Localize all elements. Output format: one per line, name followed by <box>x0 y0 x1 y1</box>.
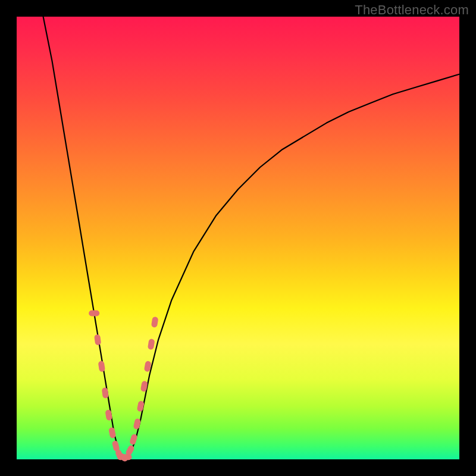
svg-rect-3 <box>102 387 109 399</box>
marker <box>137 400 145 412</box>
marker <box>89 310 99 316</box>
marker <box>148 339 155 350</box>
watermark-text: TheBottleneck.com <box>355 2 469 18</box>
marker <box>98 361 106 372</box>
svg-rect-5 <box>108 427 116 439</box>
marker <box>151 317 159 328</box>
svg-rect-0 <box>89 310 99 316</box>
marker-group <box>89 310 158 462</box>
marker <box>133 418 141 430</box>
svg-rect-12 <box>133 418 141 430</box>
marker <box>105 409 112 421</box>
marker <box>94 334 101 346</box>
svg-rect-4 <box>105 409 112 421</box>
curve-layer <box>17 17 459 459</box>
chart-frame: TheBottleneck.com <box>0 0 476 476</box>
svg-rect-1 <box>94 334 101 346</box>
svg-rect-17 <box>151 317 159 328</box>
svg-rect-16 <box>148 339 155 350</box>
marker <box>108 427 116 439</box>
svg-rect-13 <box>137 400 145 412</box>
svg-rect-2 <box>98 361 106 372</box>
marker <box>102 387 109 399</box>
plot-area <box>17 17 459 459</box>
